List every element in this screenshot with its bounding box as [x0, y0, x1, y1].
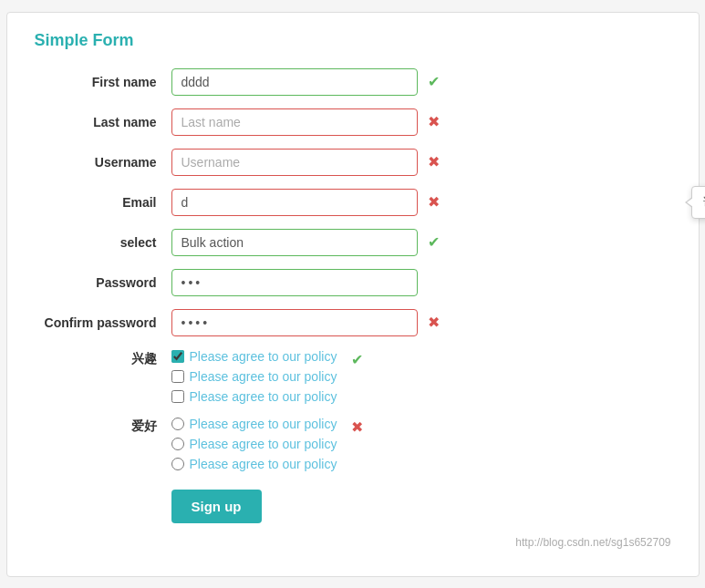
username-label: Username — [35, 149, 171, 170]
radios-label: 爱好 — [35, 417, 171, 435]
last-name-input[interactable] — [171, 108, 418, 136]
checkbox-group: Please agree to our policy Please agree … — [171, 349, 337, 404]
radio-item-3[interactable]: Please agree to our policy — [171, 457, 337, 471]
checkboxes-control: Please agree to our policy Please agree … — [171, 349, 367, 404]
checkbox-3-label: Please agree to our policy — [190, 389, 337, 404]
last-name-control: ✖ — [171, 108, 443, 136]
radios-invalid-icon: ✖ — [347, 418, 366, 436]
checkbox-3[interactable] — [171, 390, 184, 403]
first-name-label: First name — [35, 68, 171, 89]
username-row: Username ✖ — [35, 149, 671, 176]
footer-text: http://blog.csdn.net/sg1s652709 — [35, 536, 671, 549]
radio-item-1[interactable]: Please agree to our policy — [171, 417, 337, 431]
checkbox-item-1[interactable]: Please agree to our policy — [171, 349, 337, 364]
confirm-password-row: Confirm password ✖ — [35, 309, 671, 336]
email-row: Email ✖ 请输入正确格式的电子邮件 — [35, 189, 671, 216]
last-name-invalid-icon: ✖ — [425, 113, 443, 130]
checkbox-item-2[interactable]: Please agree to our policy — [171, 369, 337, 384]
username-invalid-icon: ✖ — [425, 153, 443, 170]
form-title: Simple Form — [35, 31, 671, 50]
select-label: select — [35, 229, 171, 250]
email-input[interactable] — [171, 189, 418, 216]
radios-control: Please agree to our policy Please agree … — [171, 417, 367, 471]
password-control — [171, 269, 418, 296]
confirm-password-input[interactable] — [171, 309, 418, 336]
checkboxes-valid-icon: ✔ — [347, 351, 366, 368]
radio-2[interactable] — [171, 438, 184, 450]
username-input[interactable] — [171, 149, 418, 176]
radio-1[interactable] — [171, 418, 184, 430]
confirm-password-control: ✖ — [171, 309, 443, 336]
email-control: ✖ 请输入正确格式的电子邮件 — [171, 189, 443, 216]
radio-3[interactable] — [171, 458, 184, 470]
checkbox-item-3[interactable]: Please agree to our policy — [171, 389, 337, 404]
password-label: Password — [35, 269, 171, 290]
first-name-input[interactable] — [171, 68, 418, 96]
email-tooltip: 请输入正确格式的电子邮件 — [691, 186, 706, 219]
first-name-row: First name ✔ — [35, 68, 671, 96]
checkbox-2[interactable] — [171, 370, 184, 383]
submit-row: Sign up — [35, 484, 671, 523]
password-input[interactable] — [171, 269, 418, 296]
radio-2-label: Please agree to our policy — [190, 437, 337, 451]
last-name-row: Last name ✖ — [35, 108, 671, 136]
checkboxes-row: 兴趣 Please agree to our policy Please agr… — [35, 349, 671, 404]
select-input[interactable]: Bulk action Option 1 Option 2 — [171, 229, 418, 256]
checkbox-1-label: Please agree to our policy — [190, 349, 337, 364]
first-name-control: ✔ — [171, 68, 443, 96]
radio-item-2[interactable]: Please agree to our policy — [171, 437, 337, 451]
checkboxes-label: 兴趣 — [35, 349, 171, 367]
checkbox-1[interactable] — [171, 350, 184, 363]
email-label: Email — [35, 189, 171, 210]
radios-row: 爱好 Please agree to our policy Please agr… — [35, 417, 671, 471]
username-control: ✖ — [171, 149, 443, 176]
form-card: Simple Form First name ✔ Last name ✖ Use… — [6, 12, 700, 577]
checkbox-2-label: Please agree to our policy — [190, 369, 337, 384]
select-valid-icon: ✔ — [425, 233, 443, 251]
email-invalid-icon: ✖ — [425, 193, 443, 211]
radio-1-label: Please agree to our policy — [190, 417, 337, 431]
confirm-password-label: Confirm password — [35, 309, 171, 330]
select-wrapper: Bulk action Option 1 Option 2 — [171, 229, 418, 256]
select-control: Bulk action Option 1 Option 2 ✔ — [171, 229, 443, 256]
password-row: Password — [35, 269, 671, 296]
confirm-password-invalid-icon: ✖ — [425, 314, 443, 331]
radio-3-label: Please agree to our policy — [190, 457, 337, 471]
first-name-valid-icon: ✔ — [425, 73, 443, 90]
last-name-label: Last name — [35, 108, 171, 129]
select-row: select Bulk action Option 1 Option 2 ✔ — [35, 229, 671, 256]
radio-group: Please agree to our policy Please agree … — [171, 417, 337, 471]
sign-up-button[interactable]: Sign up — [171, 490, 262, 523]
